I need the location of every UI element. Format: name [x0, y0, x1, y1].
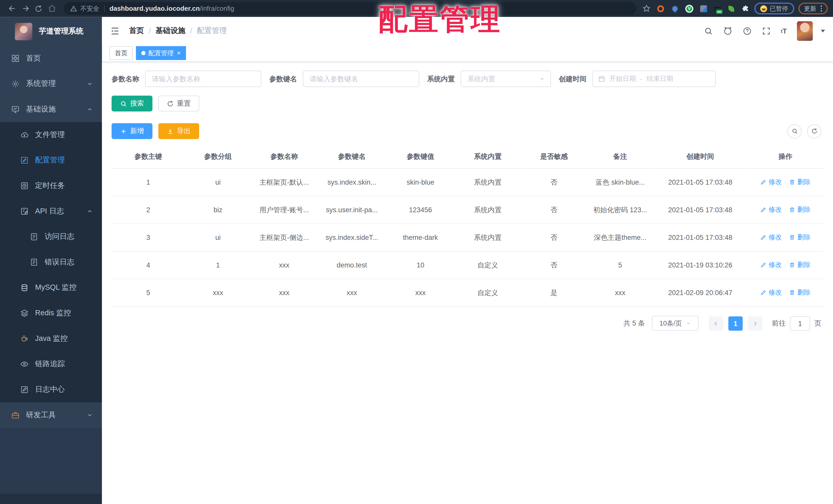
user-menu-caret-icon[interactable] — [821, 29, 825, 32]
sidebar: 芋道管理系统 首页系统管理基础设施文件管理配置管理定时任务API 日志访问日志错… — [0, 17, 102, 504]
sidebar-item-trace[interactable]: 链路追踪 — [0, 351, 102, 377]
search-icon[interactable] — [704, 26, 713, 35]
browser-update-button[interactable]: 更新 — [798, 3, 828, 14]
ext-green-check-icon[interactable]: V — [685, 4, 694, 13]
reset-button[interactable]: 重置 — [159, 96, 199, 111]
help-icon[interactable] — [743, 26, 752, 35]
total-count: 共 5 条 — [623, 319, 645, 328]
github-icon[interactable] — [723, 26, 733, 35]
ext-puzzle-icon[interactable] — [741, 4, 750, 13]
table-cell: 2021-01-05 17:03:48 — [653, 196, 747, 224]
delete-link[interactable]: 删除 — [789, 178, 810, 187]
tab-close-icon[interactable]: × — [177, 50, 181, 56]
chevron-down-icon — [686, 321, 691, 326]
sidebar-item-file[interactable]: 文件管理 — [0, 122, 102, 148]
table-row: 5xxxxxxxxxxxx自定义是xxx2021-02-09 20:06:47修… — [112, 279, 824, 307]
breadcrumb-infra[interactable]: 基础设施 — [156, 26, 185, 35]
edit-link[interactable]: 修改 — [760, 233, 782, 242]
edit-link[interactable]: 修改 — [760, 288, 782, 297]
ext-green-leaf-icon[interactable] — [727, 4, 736, 13]
sidebar-item-error-log[interactable]: 错误日志 — [0, 250, 102, 275]
export-button[interactable]: 导出 — [159, 123, 199, 139]
filter-label: 参数键名 — [269, 74, 297, 84]
table-cell: 5 — [112, 279, 185, 307]
delete-link[interactable]: 删除 — [789, 205, 810, 214]
breadcrumb-home[interactable]: 首页 — [129, 26, 144, 35]
sidebar-item-label: 研发工具 — [26, 410, 56, 420]
bookmark-star-icon[interactable] — [642, 4, 651, 13]
prev-page-button[interactable] — [709, 316, 723, 330]
filter-form: 参数名称 参数键名 系统内置 系统内置 — [112, 71, 824, 87]
laughing-emoji-icon — [760, 5, 767, 12]
delete-link-label: 删除 — [797, 178, 810, 187]
sidebar-item-devtool[interactable]: 研发工具 — [0, 402, 102, 428]
ext-blue-gray-icon[interactable] — [699, 4, 708, 13]
table-cell: 2 — [112, 196, 185, 224]
sidebar-item-access-log[interactable]: 访问日志 — [0, 224, 102, 250]
sidebar-item-api-log[interactable]: API 日志 — [0, 198, 102, 224]
address-bar[interactable]: 不安全 dashboard.yudao.iocoder.cn/infra/con… — [64, 2, 637, 15]
edit-link[interactable]: 修改 — [760, 260, 782, 270]
browser-menu-icon[interactable] — [820, 5, 822, 11]
sidebar-item-redis[interactable]: Redis 监控 — [0, 300, 102, 326]
current-page-button[interactable]: 1 — [728, 316, 743, 330]
delete-link[interactable]: 删除 — [789, 288, 810, 297]
end-date-placeholder: 结束日期 — [647, 74, 673, 83]
sidebar-item-job[interactable]: 定时任务 — [0, 173, 102, 199]
tab-home[interactable]: 首页 — [110, 46, 133, 60]
table-cell: demo.test — [317, 251, 386, 279]
select-placeholder: 系统内置 — [468, 74, 495, 84]
fullscreen-icon[interactable] — [762, 26, 771, 35]
edit-link[interactable]: 修改 — [760, 205, 782, 214]
page-size-select[interactable]: 10条/页 — [652, 316, 699, 331]
edit-link[interactable]: 修改 — [760, 178, 782, 187]
security-status[interactable]: 不安全 — [70, 4, 99, 13]
toggle-search-button[interactable] — [787, 124, 802, 138]
sidebar-item-config[interactable]: 配置管理 — [0, 148, 102, 173]
browser-back-icon[interactable] — [5, 2, 19, 15]
sidebar-item-infra[interactable]: 基础设施 — [0, 97, 102, 122]
browser-home-icon[interactable] — [45, 2, 58, 15]
dashboard-icon — [11, 54, 20, 63]
sidebar-item-java[interactable]: Java 监控 — [0, 326, 102, 352]
sidebar-fold-icon[interactable] — [110, 26, 120, 36]
app-logo-row[interactable]: 芋道管理系统 — [0, 17, 102, 46]
goto-page-input[interactable] — [790, 316, 810, 330]
breadcrumb-separator: / — [149, 27, 151, 35]
font-size-icon[interactable]: tT — [781, 27, 787, 35]
date-range-picker[interactable]: 开始日期 - 结束日期 — [592, 71, 716, 87]
system-type-select[interactable]: 系统内置 — [461, 71, 551, 87]
sidebar-item-label: Java 监控 — [35, 334, 68, 344]
next-page-button[interactable] — [748, 316, 762, 330]
ext-on-badge-icon[interactable]: on — [713, 5, 721, 12]
browser-reload-icon[interactable] — [32, 2, 45, 15]
date-separator: - — [640, 75, 642, 83]
ext-orange-circle-icon[interactable] — [656, 4, 665, 13]
log-icon — [20, 207, 29, 216]
sidebar-collapse-bar[interactable] — [0, 494, 102, 504]
search-button[interactable]: 搜索 — [112, 96, 152, 111]
browser-forward-icon[interactable] — [19, 2, 32, 15]
table-cell: 主框架页-侧边... — [251, 224, 317, 251]
user-avatar[interactable] — [797, 21, 813, 41]
sidebar-item-mysql[interactable]: MySQL 监控 — [0, 275, 102, 300]
sidebar-item-system[interactable]: 系统管理 — [0, 71, 102, 97]
sidebar-item-home[interactable]: 首页 — [0, 46, 102, 71]
sidebar-item-log-center[interactable]: 日志中心 — [0, 377, 102, 402]
tab-config[interactable]: 配置管理 × — [136, 46, 186, 60]
delete-link[interactable]: 删除 — [789, 233, 810, 242]
param-name-input[interactable] — [145, 71, 262, 87]
table-cell: xxx — [251, 251, 317, 279]
refresh-button[interactable] — [807, 124, 821, 138]
delete-link[interactable]: 删除 — [789, 260, 810, 270]
profile-paused-badge[interactable]: 已暂停 — [755, 3, 794, 14]
table-cell: 否 — [521, 196, 587, 224]
ext-blue-pin-icon[interactable] — [670, 4, 680, 13]
screen: 配置管理 不安全 dashboard.yudao.iocoder.cn/infr… — [0, 0, 833, 504]
table-cell: 系统内置 — [455, 196, 521, 224]
export-button-label: 导出 — [177, 126, 191, 136]
table-cell: 1 — [185, 251, 251, 279]
add-button[interactable]: 新增 — [112, 123, 152, 139]
param-key-input[interactable] — [303, 71, 419, 87]
url-host: dashboard.yudao.iocoder.cn — [110, 5, 200, 12]
